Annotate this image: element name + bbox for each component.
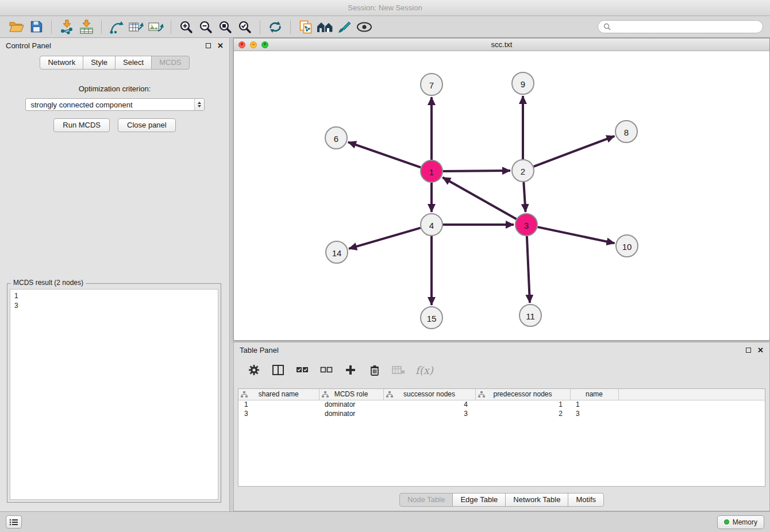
tab-network[interactable]: Network <box>40 56 83 70</box>
tab-select[interactable]: Select <box>115 56 152 70</box>
table-row[interactable]: 3dominator323 <box>238 409 765 418</box>
node-1[interactable]: 1 <box>421 160 442 182</box>
table-cell[interactable]: 1 <box>475 400 570 409</box>
column-header-mcds-role[interactable]: MCDS role <box>319 389 383 400</box>
export-image-icon[interactable] <box>146 18 165 36</box>
save-session-icon[interactable] <box>26 18 46 36</box>
column-header-predecessor-nodes[interactable]: predecessor nodes <box>475 389 570 400</box>
select-all-icon[interactable] <box>295 363 310 377</box>
new-table-icon[interactable] <box>126 18 146 36</box>
edge-3-11[interactable] <box>527 236 530 303</box>
add-column-icon[interactable] <box>343 363 358 377</box>
network-window-titlebar[interactable]: scc.txt <box>234 38 769 51</box>
mcds-result-title: MCDS result (2 nodes) <box>11 279 86 287</box>
node-8[interactable]: 8 <box>615 121 637 142</box>
node-2[interactable]: 2 <box>512 160 534 182</box>
table-cell[interactable]: 1 <box>570 400 618 409</box>
close-panel-button[interactable]: Close panel <box>118 118 176 132</box>
node-9[interactable]: 9 <box>512 72 534 94</box>
node-10[interactable]: 10 <box>616 235 638 257</box>
node-table[interactable]: shared name MCDS role successor nodes pr… <box>238 388 765 487</box>
table-cell[interactable]: 3 <box>383 409 475 418</box>
zoom-fit-icon[interactable] <box>215 18 235 36</box>
tab-motifs[interactable]: Motifs <box>568 493 604 507</box>
tab-mcds[interactable]: MCDS <box>151 56 189 70</box>
zoom-in-icon[interactable] <box>176 18 196 36</box>
import-network-file-icon[interactable] <box>57 18 76 36</box>
refresh-network-icon[interactable] <box>265 18 285 36</box>
network-graph[interactable]: 7968124314101511 <box>234 51 769 340</box>
run-mcds-button[interactable]: Run MCDS <box>53 118 110 132</box>
list-icon <box>9 519 18 526</box>
node-14[interactable]: 14 <box>326 241 348 263</box>
edge-1-6[interactable] <box>348 142 421 167</box>
table-cell[interactable]: 3 <box>238 409 319 418</box>
table-cell[interactable]: 3 <box>570 409 618 418</box>
home-layout-icon[interactable] <box>315 18 335 36</box>
apply-style-icon[interactable] <box>335 18 355 36</box>
control-panel-title: Control Panel <box>6 41 51 50</box>
memory-button[interactable]: Memory <box>717 515 764 529</box>
float-panel-icon[interactable] <box>206 43 211 48</box>
tab-edge-table[interactable]: Edge Table <box>452 493 506 507</box>
table-cell[interactable]: dominator <box>319 400 383 409</box>
open-session-icon[interactable] <box>7 18 26 36</box>
window-title: Session: New Session <box>348 3 422 12</box>
svg-text:2: 2 <box>521 167 525 176</box>
network-window-title: scc.txt <box>234 40 769 49</box>
table-cell[interactable]: 1 <box>238 400 319 409</box>
column-header-shared-name[interactable]: shared name <box>238 389 319 400</box>
tab-node-table[interactable]: Node Table <box>399 493 453 507</box>
edge-3-10[interactable] <box>538 227 615 243</box>
toolbar-separator <box>171 20 171 34</box>
zoom-selected-icon[interactable] <box>235 18 255 36</box>
column-header-name[interactable]: name <box>570 389 618 400</box>
tab-style[interactable]: Style <box>83 56 116 70</box>
network-canvas[interactable]: 7968124314101511 <box>234 51 769 340</box>
column-header-successor-nodes[interactable]: successor nodes <box>383 389 475 400</box>
float-table-panel-icon[interactable] <box>746 348 751 353</box>
edge-4-14[interactable] <box>349 228 421 249</box>
svg-text:10: 10 <box>622 242 632 252</box>
node-3[interactable]: 3 <box>515 214 537 236</box>
svg-text:4: 4 <box>429 221 434 230</box>
table-cell[interactable]: 2 <box>475 409 570 418</box>
edge-2-8[interactable] <box>534 136 615 167</box>
node-6[interactable]: 6 <box>325 127 347 149</box>
mcds-result-line: 3 <box>14 301 214 311</box>
criterion-dropdown[interactable]: strongly connected component <box>25 98 205 111</box>
edge-2-3[interactable] <box>523 182 525 212</box>
deselect-all-icon[interactable] <box>319 363 334 377</box>
table-panel-header: Table Panel ✕ <box>234 342 769 357</box>
node-4[interactable]: 4 <box>421 214 442 236</box>
close-panel-icon[interactable]: ✕ <box>217 42 224 49</box>
table-cell[interactable]: 4 <box>383 400 475 409</box>
table-cell[interactable]: dominator <box>319 409 383 418</box>
tab-network-table[interactable]: Network Table <box>505 493 568 507</box>
table-row[interactable]: 1dominator411 <box>238 400 765 409</box>
svg-text:3: 3 <box>524 221 529 230</box>
close-table-panel-icon[interactable]: ✕ <box>757 346 764 354</box>
search-box[interactable] <box>598 20 763 33</box>
zoom-out-icon[interactable] <box>196 18 215 36</box>
import-table-file-icon[interactable] <box>76 18 96 36</box>
task-history-button[interactable] <box>6 515 22 529</box>
gear-icon[interactable] <box>247 363 261 377</box>
delete-column-icon[interactable] <box>367 363 382 377</box>
node-15[interactable]: 15 <box>421 307 442 329</box>
edge-1-2[interactable] <box>443 171 510 171</box>
tree-icon <box>478 391 485 399</box>
edge-3-1[interactable] <box>442 178 516 219</box>
show-graphics-details-icon[interactable] <box>355 18 374 36</box>
memory-label: Memory <box>733 518 757 526</box>
mcds-result-list[interactable]: 1 3 <box>10 289 218 500</box>
show-columns-icon[interactable] <box>271 363 286 377</box>
new-network-icon[interactable] <box>107 18 126 36</box>
node-11[interactable]: 11 <box>519 304 541 326</box>
zoom-window-icon[interactable] <box>261 41 268 48</box>
search-input[interactable] <box>614 23 757 31</box>
node-7[interactable]: 7 <box>421 74 442 95</box>
duplicate-network-view-icon[interactable] <box>296 18 315 36</box>
minimize-window-icon[interactable] <box>250 41 257 48</box>
close-window-icon[interactable] <box>238 41 245 48</box>
